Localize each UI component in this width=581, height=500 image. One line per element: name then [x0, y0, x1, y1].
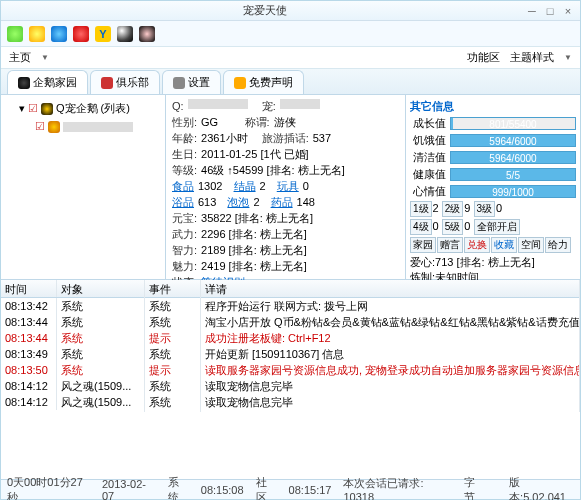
tabbar: 企鹅家园 俱乐部 设置 免费声明	[1, 69, 580, 95]
maximize-button[interactable]: □	[542, 4, 558, 18]
window-title: 宠爱天使	[5, 3, 524, 18]
icon-toolbar: Y	[1, 21, 580, 47]
q-value	[188, 99, 248, 109]
statusbar: 0天00时01分27秒 2013-02-07 系统 08:15:08 社区 08…	[1, 479, 580, 499]
link-crystal[interactable]: 结晶	[234, 179, 256, 194]
tab-club[interactable]: 俱乐部	[90, 70, 160, 94]
log-header: 时间 对象 事件 详请	[1, 280, 580, 298]
stats-panel: 其它信息 成长值801/55400 饥饿值5964/6000 清洁值5964/6…	[405, 95, 580, 279]
req-count: 本次会话已请求: 10318	[343, 476, 452, 500]
link-toy[interactable]: 玩具	[277, 179, 299, 194]
link-food[interactable]: 食品	[172, 179, 194, 194]
btn-fav[interactable]: 收藏	[491, 237, 517, 253]
club-icon	[101, 77, 113, 89]
menu-func[interactable]: 功能区	[467, 50, 500, 65]
clean-bar: 5964/6000	[450, 151, 576, 164]
globe-icon[interactable]	[51, 26, 67, 42]
link-bath[interactable]: 浴品	[172, 195, 194, 210]
sys-label: 系统	[168, 475, 189, 501]
btn-feed[interactable]: 给力	[545, 237, 571, 253]
pet-tree: ▾ ☑Q宠企鹅 (列表) ☑	[1, 95, 166, 279]
refresh-icon[interactable]	[7, 26, 23, 42]
menu-home[interactable]: 主页	[9, 50, 31, 65]
version: 版本:5.02.041	[509, 475, 574, 501]
qq-icon[interactable]	[117, 26, 133, 42]
stats-header: 其它信息	[410, 99, 576, 114]
gear-icon[interactable]	[139, 26, 155, 42]
health-bar: 5/5	[450, 168, 576, 181]
tab-settings[interactable]: 设置	[162, 70, 221, 94]
tab-home[interactable]: 企鹅家园	[7, 70, 88, 94]
tab-disclaimer[interactable]: 免费声明	[223, 70, 304, 94]
chevron-down-icon[interactable]: ▼	[564, 53, 572, 62]
penguin-icon	[18, 77, 30, 89]
sub-label: 字节	[464, 475, 485, 501]
home-icon[interactable]	[73, 26, 89, 42]
lv1-btn[interactable]: 1级	[410, 201, 432, 217]
mood-bar: 999/1000	[450, 185, 576, 198]
tree-pet-item[interactable]: ☑	[5, 118, 161, 135]
grow-bar: 801/55400	[450, 117, 576, 130]
btn-space[interactable]: 空间	[518, 237, 544, 253]
gear-icon	[173, 77, 185, 89]
time2: 08:15:17	[289, 484, 332, 496]
chevron-down-icon[interactable]: ▼	[41, 53, 49, 62]
comm-label: 社区	[256, 475, 277, 501]
btn-home[interactable]: 家园	[410, 237, 436, 253]
penguin-icon	[41, 103, 53, 115]
hunger-bar: 5964/6000	[450, 134, 576, 147]
pet-icon	[48, 121, 60, 133]
warn-icon	[234, 77, 246, 89]
lv3-btn[interactable]: 3级	[474, 201, 496, 217]
log-table: 时间 对象 事件 详请 08:13:42系统系统程序开始运行 联网方式: 拨号上…	[1, 280, 580, 479]
link-bubble[interactable]: 泡泡	[227, 195, 249, 210]
minimize-button[interactable]: ─	[524, 4, 540, 18]
lv4-btn[interactable]: 4级	[410, 219, 432, 235]
btn-gift[interactable]: 赠言	[437, 237, 463, 253]
bulb-icon[interactable]	[29, 26, 45, 42]
titlebar: 宠爱天使 ─ □ ×	[1, 1, 580, 21]
uptime: 0天00时01分27秒	[7, 475, 90, 501]
menubar: 主页▼ 功能区 主题样式▼	[1, 47, 580, 69]
log-row[interactable]: 08:14:12风之魂(1509...系统读取宠物信息完毕	[1, 394, 580, 410]
pet-value	[280, 99, 320, 109]
link-med[interactable]: 药品	[271, 195, 293, 210]
lv5-btn[interactable]: 5级	[442, 219, 464, 235]
y-icon[interactable]: Y	[95, 26, 111, 42]
all-open-btn[interactable]: 全部开启	[474, 219, 520, 235]
date: 2013-02-07	[102, 478, 156, 501]
close-button[interactable]: ×	[560, 4, 576, 18]
lv2-btn[interactable]: 2级	[442, 201, 464, 217]
pet-info-panel: Q: 宠: 性别:GG 称谓:游侠 年龄:2361小时 旅游插话:537 生日:…	[166, 95, 405, 279]
tree-root[interactable]: ▾ ☑Q宠企鹅 (列表)	[5, 99, 161, 118]
menu-theme[interactable]: 主题样式	[510, 50, 554, 65]
pet-name-blurred	[63, 122, 133, 132]
time1: 08:15:08	[201, 484, 244, 496]
btn-exchange[interactable]: 兑换	[464, 237, 490, 253]
